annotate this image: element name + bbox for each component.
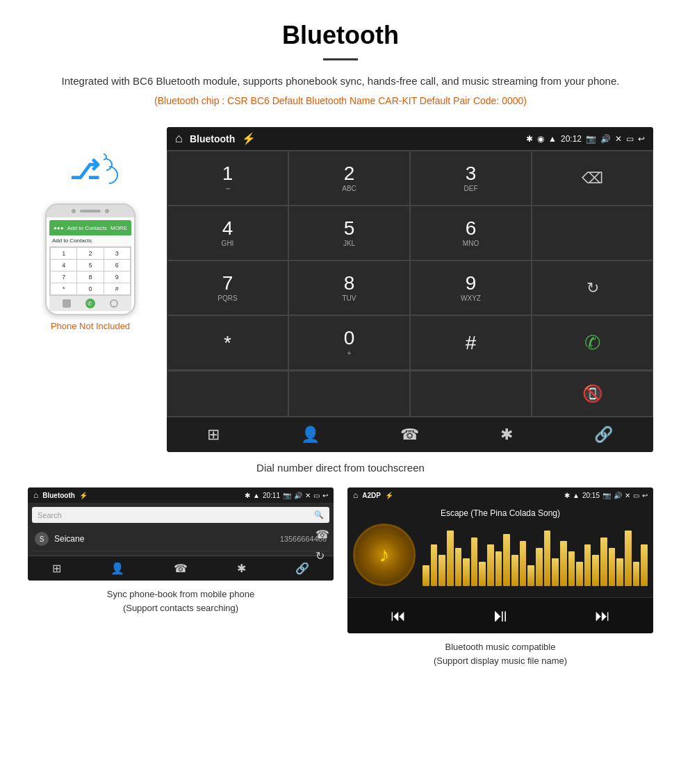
phone-key-4[interactable]: 4: [51, 260, 76, 271]
phone-status-text: ●●●: [54, 225, 64, 231]
music-usb-icon: ⚡: [385, 492, 393, 499]
phone-back-icon: [63, 299, 71, 308]
dial-key-7-letters: PQRS: [218, 294, 237, 302]
car-screen-phonebook: ⌂ Bluetooth ⚡ ✱ ▲ 20:11 📷 🔊 ✕ ▭ ↩: [28, 487, 334, 581]
nav-dialpad-icon[interactable]: ⊞: [207, 426, 220, 444]
dial-key-hash[interactable]: #: [410, 315, 532, 370]
phone-key-0[interactable]: 0: [77, 283, 103, 294]
dial-key-0-letters: +: [347, 349, 352, 357]
pb-nav-contacts-icon[interactable]: 👤: [110, 562, 124, 575]
dial-key-5[interactable]: 5 JKL: [288, 206, 410, 260]
close-icon[interactable]: ✕: [615, 134, 622, 144]
phonebook-status-right: ✱ ▲ 20:11 📷 🔊 ✕ ▭ ↩: [245, 492, 328, 499]
bluetooth-waves-icon: ⎇: [63, 148, 118, 197]
music-back-icon[interactable]: ↩: [642, 492, 648, 499]
car-screen-dialpad: ⌂ Bluetooth ⚡ ✱ ◉ ▲ 20:12 📷 🔊 ✕ ▭ ↩ 1 ∽: [167, 127, 653, 452]
dial-key-9[interactable]: 9 WXYZ: [410, 260, 532, 315]
dial-key-3-number: 3: [466, 164, 477, 183]
phone-key-9[interactable]: 9: [104, 272, 130, 283]
music-home-icon[interactable]: ⌂: [353, 490, 358, 500]
music-window-icon: ▭: [633, 492, 639, 499]
pb-nav-link-icon[interactable]: 🔗: [295, 562, 309, 575]
page-specs: (Bluetooth chip : CSR BC6 Default Blueto…: [42, 95, 639, 106]
phone-key-3[interactable]: 3: [104, 248, 130, 259]
page-title: Bluetooth: [42, 21, 639, 50]
nav-bluetooth-icon[interactable]: ✱: [500, 426, 513, 444]
nav-contacts-icon[interactable]: 👤: [301, 426, 320, 444]
phone-key-hash[interactable]: #: [104, 283, 130, 294]
pb-close-icon[interactable]: ✕: [305, 492, 311, 499]
dial-key-star[interactable]: *: [167, 315, 288, 370]
search-icon[interactable]: 🔍: [314, 510, 324, 519]
time-display: 20:12: [561, 134, 582, 144]
pb-time: 20:11: [263, 492, 280, 499]
back-icon[interactable]: ↩: [638, 134, 645, 144]
music-song-title: Escape (The Pina Colada Song): [353, 508, 648, 518]
dial-key-4[interactable]: 4 GHI: [167, 206, 288, 260]
phone-key-2[interactable]: 2: [77, 248, 103, 259]
dial-key-5-letters: JKL: [343, 240, 355, 247]
phone-speaker-icon: [80, 210, 101, 212]
pb-refresh-icon[interactable]: ↻: [315, 549, 329, 562]
music-camera-icon: 📷: [602, 492, 611, 499]
dial-key-3[interactable]: 3 DEF: [410, 151, 532, 206]
phone-status-signal: MORE: [110, 225, 127, 231]
eq-bar: [479, 562, 486, 586]
dial-key-3-letters: DEF: [464, 185, 478, 192]
pb-nav-phone-icon[interactable]: ☎: [174, 562, 188, 575]
phone-key-star[interactable]: *: [51, 283, 76, 294]
bottom-empty-1: [167, 371, 288, 417]
dial-key-6-letters: MNO: [463, 240, 479, 247]
contact-row-seicane[interactable]: S Seicane 13566664466: [32, 527, 329, 551]
phonebook-status-left: ⌂ Bluetooth ⚡: [33, 490, 88, 500]
phonebook-caption-line1: Sync phone-book from mobile phone: [107, 587, 254, 601]
phone-key-5[interactable]: 5: [77, 260, 103, 271]
dial-key-6[interactable]: 6 MNO: [410, 206, 532, 260]
prev-track-btn[interactable]: ⏮: [391, 607, 406, 625]
phone-key-7[interactable]: 7: [51, 272, 76, 283]
phone-call-icon: ✆: [85, 299, 95, 308]
eq-bar: [527, 565, 534, 586]
phonebook-home-icon[interactable]: ⌂: [33, 490, 38, 500]
eq-bar: [592, 555, 599, 586]
car-screen-title: Bluetooth: [190, 133, 235, 144]
music-close-icon[interactable]: ✕: [625, 492, 630, 499]
home-icon[interactable]: ⌂: [175, 131, 183, 146]
next-track-btn[interactable]: ⏭: [595, 607, 610, 625]
eq-bar: [633, 562, 640, 586]
nav-phone-icon[interactable]: ☎: [400, 426, 419, 444]
eq-bar: [447, 531, 454, 586]
bottom-section: ⌂ Bluetooth ⚡ ✱ ▲ 20:11 📷 🔊 ✕ ▭ ↩: [0, 487, 681, 667]
play-pause-btn[interactable]: ⏯: [491, 605, 509, 626]
pb-back-icon[interactable]: ↩: [322, 492, 328, 499]
phone-not-included-label: Phone Not Included: [51, 321, 130, 331]
phone-top-bar: [47, 205, 134, 217]
phonebook-caption: Sync phone-book from mobile phone (Suppo…: [107, 587, 254, 615]
dial-key-refresh[interactable]: ↻: [532, 260, 653, 315]
phone-key-8[interactable]: 8: [77, 272, 103, 283]
eq-bar: [438, 555, 445, 586]
phonebook-right-actions: ☎ ↻: [315, 528, 329, 562]
dial-key-2[interactable]: 2 ABC: [288, 151, 410, 206]
dial-key-end[interactable]: 📵: [532, 371, 653, 417]
phone-screen: ●●● Add to Contacts MORE Add to Contacts…: [47, 217, 134, 314]
nav-link-icon[interactable]: 🔗: [594, 426, 613, 444]
eq-bar: [511, 555, 518, 586]
phone-key-1[interactable]: 1: [51, 248, 76, 259]
pb-call-icon[interactable]: ☎: [315, 528, 329, 541]
search-bar[interactable]: Search 🔍: [32, 507, 329, 523]
dial-key-backspace[interactable]: ⌫: [532, 151, 653, 206]
dial-key-0[interactable]: 0 +: [288, 315, 410, 370]
dial-key-7[interactable]: 7 PQRS: [167, 260, 288, 315]
music-art-area: ♪: [353, 524, 648, 586]
dial-key-1[interactable]: 1 ∽: [167, 151, 288, 206]
pb-nav-dialpad-icon[interactable]: ⊞: [52, 562, 61, 575]
dial-key-call[interactable]: ✆: [532, 315, 653, 370]
pb-nav-bt-icon[interactable]: ✱: [237, 562, 246, 575]
phone-add-contact-btn[interactable]: Add to Contacts: [65, 224, 110, 233]
phone-key-6[interactable]: 6: [104, 260, 130, 271]
phonebook-usb-icon: ⚡: [79, 492, 88, 499]
main-caption: Dial number direct from touchscreen: [0, 462, 681, 474]
pb-signal-icon: ▲: [253, 492, 260, 499]
dial-key-8[interactable]: 8 TUV: [288, 260, 410, 315]
